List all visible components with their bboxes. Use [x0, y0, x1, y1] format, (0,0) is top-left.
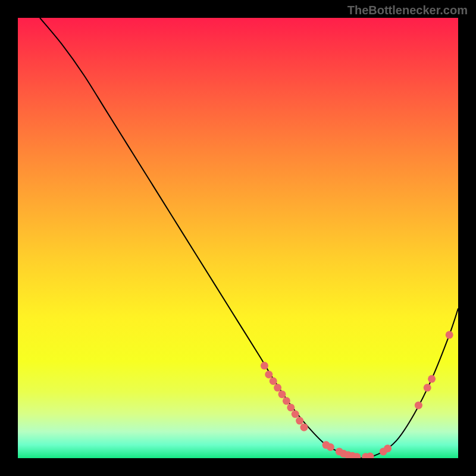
data-marker	[327, 443, 334, 451]
data-marker	[270, 377, 277, 385]
data-marker	[384, 444, 392, 452]
bottleneck-curve	[40, 18, 458, 458]
data-marker	[428, 375, 436, 383]
data-marker	[283, 397, 290, 405]
data-marker	[415, 402, 422, 409]
data-marker	[292, 411, 299, 418]
data-marker	[300, 424, 308, 431]
data-marker	[278, 390, 286, 398]
data-marker	[274, 384, 281, 392]
data-marker	[446, 331, 453, 339]
data-marker	[296, 417, 303, 425]
data-marker	[265, 371, 273, 378]
data-marker	[261, 362, 268, 369]
attribution-text: TheBottlenecker.com	[347, 4, 468, 17]
chart-svg	[18, 18, 458, 458]
data-marker	[424, 384, 431, 392]
plot-area	[18, 18, 458, 458]
data-marker	[287, 403, 295, 411]
